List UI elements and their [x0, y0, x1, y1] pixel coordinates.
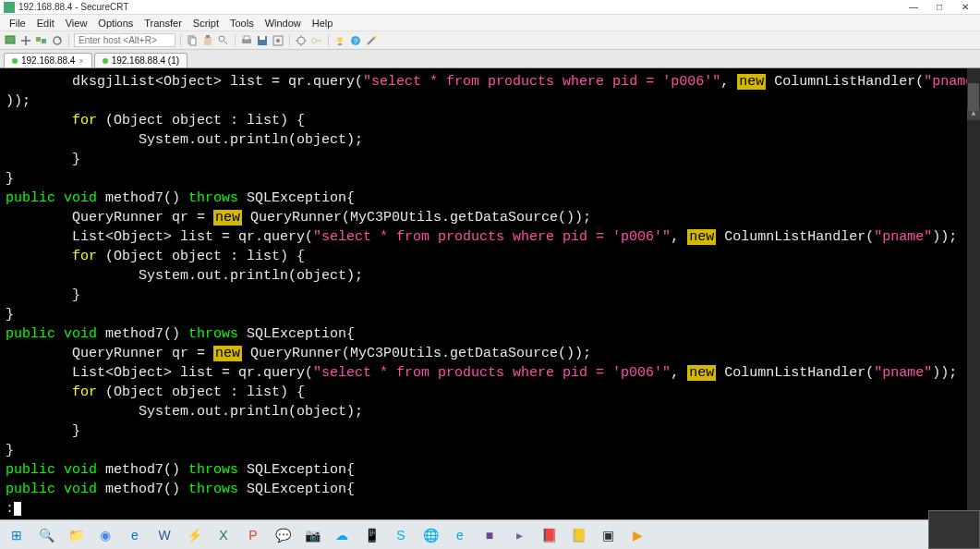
status-dot-icon: [103, 58, 108, 64]
code-line: public void method7() throws SQLExceptio…: [6, 460, 974, 480]
notes-icon[interactable]: 📒: [565, 524, 591, 546]
menu-script[interactable]: Script: [188, 18, 224, 29]
host-input[interactable]: [74, 33, 175, 47]
tabbar: 192.168.88.4×192.168.88.4 (1): [0, 50, 980, 68]
code-line: public void method7() throws SQLExceptio…: [6, 189, 974, 208]
menu-options[interactable]: Options: [92, 18, 139, 29]
browser-icon[interactable]: 🌐: [417, 524, 443, 546]
code-line: List<Object> list = qr.query("select * f…: [6, 227, 974, 247]
connect-icon[interactable]: [4, 34, 17, 47]
toolbar-separator: [328, 34, 329, 47]
media-icon[interactable]: ▶: [624, 524, 650, 546]
help-icon[interactable]: ?: [349, 34, 362, 47]
sessions-icon[interactable]: [35, 34, 48, 47]
svg-rect-0: [6, 36, 15, 43]
toolbar-separator: [235, 34, 236, 47]
key-icon[interactable]: [310, 34, 323, 47]
print-icon[interactable]: [240, 34, 253, 47]
paste-icon[interactable]: [201, 34, 214, 47]
code-line: System.out.println(object);: [6, 266, 974, 286]
vs-icon[interactable]: ▸: [506, 524, 532, 546]
explorer-icon[interactable]: 📁: [63, 524, 89, 546]
cursor: [14, 502, 21, 516]
session-tab[interactable]: 192.168.88.4 (1): [94, 53, 188, 67]
options-icon[interactable]: [272, 34, 284, 47]
code-line: }: [6, 305, 974, 324]
toolbar-separator: [68, 34, 69, 47]
purple-icon[interactable]: ■: [477, 524, 502, 546]
window-title: 192.168.88.4 - SecureCRT: [18, 2, 902, 12]
settings-icon[interactable]: [295, 34, 308, 47]
menu-transfer[interactable]: Transfer: [139, 18, 188, 29]
session-tab[interactable]: 192.168.88.4×: [4, 53, 92, 67]
cloud-icon[interactable]: ☁: [329, 524, 355, 546]
pdf-icon[interactable]: 📕: [536, 524, 562, 546]
maximize-button[interactable]: □: [928, 2, 950, 13]
code-line: System.out.println(object);: [6, 402, 974, 421]
svg-rect-12: [260, 36, 265, 40]
menu-window[interactable]: Window: [260, 18, 307, 29]
chat-icon[interactable]: 💬: [270, 524, 296, 546]
skype-icon[interactable]: S: [388, 524, 414, 546]
menu-file[interactable]: File: [4, 18, 31, 29]
camera-icon[interactable]: 📷: [299, 524, 325, 546]
close-button[interactable]: ✕: [954, 2, 976, 13]
terminal-icon[interactable]: ▣: [595, 524, 621, 546]
excel-icon[interactable]: X: [211, 524, 236, 546]
tab-close-icon[interactable]: ×: [79, 56, 83, 66]
tab-label: 192.168.88.4: [21, 55, 75, 66]
code-line: for (Object object : list) {: [6, 247, 974, 266]
menubar: FileEditViewOptionsTransferScriptToolsWi…: [0, 15, 980, 31]
svg-rect-7: [206, 35, 210, 38]
toolbar: ?: [0, 31, 980, 50]
terminal[interactable]: dksgjlList<Object> list = qr.query("sele…: [0, 68, 980, 523]
word-icon[interactable]: W: [151, 524, 177, 546]
svg-rect-5: [190, 38, 196, 45]
phone-icon[interactable]: 📱: [358, 524, 384, 546]
code-line: for (Object object : list) {: [6, 111, 974, 130]
svg-point-8: [219, 36, 224, 42]
search-icon[interactable]: 🔍: [33, 524, 59, 546]
svg-rect-10: [244, 36, 249, 40]
svg-rect-1: [36, 37, 41, 42]
find-icon[interactable]: [217, 34, 230, 47]
menu-view[interactable]: View: [60, 18, 93, 29]
chrome-icon[interactable]: ◉: [92, 524, 118, 546]
menu-tools[interactable]: Tools: [224, 18, 260, 29]
svg-text:?: ?: [354, 37, 358, 45]
svg-point-15: [297, 37, 305, 44]
scrollbar[interactable]: ▲ ▼: [967, 68, 980, 523]
menu-help[interactable]: Help: [307, 18, 339, 29]
code-line: public void method7() throws SQLExceptio…: [6, 480, 974, 499]
lightning-icon[interactable]: ⚡: [181, 524, 207, 546]
code-line: ));: [6, 92, 974, 111]
code-line: public void method7() throws SQLExceptio…: [6, 324, 974, 344]
svg-rect-2: [42, 39, 46, 43]
svg-point-14: [276, 39, 280, 43]
code-line: }: [6, 286, 974, 305]
svg-point-16: [312, 38, 317, 43]
save-icon[interactable]: [256, 34, 269, 47]
code-line: }: [6, 421, 974, 441]
svg-point-17: [337, 37, 343, 43]
reconnect-icon[interactable]: [51, 34, 64, 47]
code-line: }: [6, 169, 974, 189]
quick-connect-icon[interactable]: [19, 34, 32, 47]
minimize-button[interactable]: —: [902, 2, 925, 13]
ie-icon[interactable]: e: [447, 524, 473, 546]
code-line: }: [6, 441, 974, 460]
code-line: QueryRunner qr = new QueryRunner(MyC3P0U…: [6, 208, 974, 227]
code-line: System.out.println(object);: [6, 130, 974, 150]
taskbar: ⊞🔍📁◉eW⚡XP💬📷☁📱S🌐e■▸📕📒▣▶: [0, 519, 980, 549]
titlebar: 192.168.88.4 - SecureCRT — □ ✕: [0, 0, 980, 15]
start-icon[interactable]: ⊞: [4, 524, 30, 546]
wizard-icon[interactable]: [365, 34, 378, 47]
edge-icon[interactable]: e: [122, 524, 148, 546]
light-icon[interactable]: [333, 34, 346, 47]
scrollbar-thumb[interactable]: [968, 83, 979, 111]
code-line: List<Object> list = qr.query("select * f…: [6, 363, 974, 383]
powerpoint-icon[interactable]: P: [240, 524, 266, 546]
menu-edit[interactable]: Edit: [31, 18, 60, 29]
toolbar-separator: [289, 34, 290, 47]
copy-icon[interactable]: [186, 34, 199, 47]
